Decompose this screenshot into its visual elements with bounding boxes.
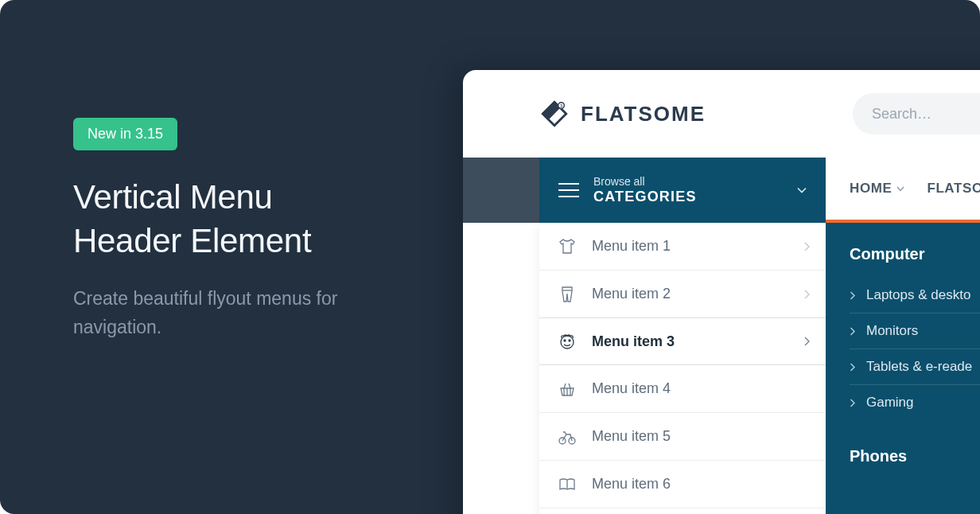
book-icon bbox=[557, 474, 578, 495]
topnav-label: HOME bbox=[850, 181, 892, 197]
svg-text:3: 3 bbox=[560, 104, 562, 108]
brand-logo[interactable]: 3 FLATSOME bbox=[539, 99, 706, 129]
promo-subtitle: Create beautiful flyout menus for naviga… bbox=[73, 285, 423, 341]
chevron-right-icon bbox=[850, 399, 855, 407]
menu-item-label: Menu item 1 bbox=[592, 238, 671, 255]
categories-big-text: CATEGORIES bbox=[593, 189, 783, 206]
flyout-link-label: Gaming bbox=[866, 395, 914, 411]
topnav-item-home[interactable]: HOME bbox=[850, 181, 904, 197]
flyout-link[interactable]: Gaming bbox=[850, 385, 980, 420]
promo-title: Vertical Menu Header Element bbox=[73, 176, 423, 263]
browser-mock: 3 FLATSOME Browse all CATEGORIES bbox=[463, 70, 980, 514]
svg-point-6 bbox=[569, 340, 570, 341]
svg-point-4 bbox=[561, 336, 574, 349]
version-badge: New in 3.15 bbox=[73, 118, 177, 150]
vertical-menu: Menu item 1 Menu item 2 bbox=[539, 223, 826, 514]
content-row: Menu item 1 Menu item 2 bbox=[463, 223, 980, 514]
flyout-section-phones: Phones bbox=[850, 447, 980, 465]
brand-name: FLATSOME bbox=[581, 102, 706, 127]
promo-title-line2: Header Element bbox=[73, 222, 311, 259]
promo-title-line1: Vertical Menu bbox=[73, 178, 273, 216]
flyout-section-title: Computer bbox=[850, 245, 980, 263]
search-input[interactable] bbox=[872, 106, 980, 123]
promo-block: New in 3.15 Vertical Menu Header Element… bbox=[73, 118, 423, 341]
chevron-right-icon bbox=[850, 363, 855, 372]
topbar: 3 FLATSOME bbox=[463, 70, 980, 158]
menu-item-2[interactable]: Menu item 2 bbox=[539, 271, 826, 318]
menu-item-6[interactable]: Menu item 6 bbox=[539, 461, 826, 508]
topnav-label: FLATSOM bbox=[927, 181, 980, 197]
flyout-section-computer: Computer Laptops & deskto Monitors Table… bbox=[850, 245, 980, 420]
basket-icon bbox=[557, 379, 578, 399]
svg-point-5 bbox=[564, 340, 566, 341]
search-field[interactable] bbox=[853, 93, 980, 134]
flyout-link-label: Monitors bbox=[866, 323, 918, 339]
flyout-link-label: Tablets & e-reade bbox=[866, 359, 972, 375]
menu-item-4[interactable]: Menu item 4 bbox=[539, 365, 826, 413]
chevron-right-icon bbox=[850, 327, 855, 336]
flyout-link[interactable]: Tablets & e-reade bbox=[850, 349, 980, 385]
categories-toggle[interactable]: Browse all CATEGORIES bbox=[539, 158, 826, 223]
menu-item-1[interactable]: Menu item 1 bbox=[539, 223, 826, 271]
flyout-link[interactable]: Laptops & deskto bbox=[850, 278, 980, 313]
menu-item-5[interactable]: Menu item 5 bbox=[539, 413, 826, 461]
bike-icon bbox=[557, 426, 578, 447]
top-nav: HOME FLATSOM bbox=[826, 158, 980, 223]
chevron-right-icon bbox=[803, 290, 810, 299]
flyout-section-title: Phones bbox=[850, 447, 980, 465]
flyout-link-label: Laptops & deskto bbox=[866, 287, 970, 303]
promo-canvas: New in 3.15 Vertical Menu Header Element… bbox=[0, 0, 980, 514]
chevron-down-icon bbox=[896, 186, 904, 192]
menu-item-label: Menu item 2 bbox=[592, 286, 671, 302]
pants-icon bbox=[557, 284, 578, 305]
menu-item-label: Menu item 5 bbox=[592, 428, 671, 445]
menu-item-label: Menu item 3 bbox=[592, 333, 675, 350]
menu-item-label: Menu item 6 bbox=[592, 476, 671, 493]
chevron-down-icon bbox=[797, 187, 807, 193]
menu-item-label: Menu item 4 bbox=[592, 380, 671, 397]
menu-item-3[interactable]: Menu item 3 bbox=[539, 317, 826, 365]
logo-mark-icon: 3 bbox=[539, 99, 570, 129]
flyout-panel: Computer Laptops & deskto Monitors Table… bbox=[826, 223, 980, 514]
nav-row: Browse all CATEGORIES HOME FLATSOM bbox=[463, 158, 980, 223]
tshirt-icon bbox=[557, 236, 578, 257]
nav-gutter bbox=[463, 158, 539, 223]
chevron-right-icon bbox=[803, 337, 810, 346]
flyout-link[interactable]: Monitors bbox=[850, 313, 980, 349]
categories-small-text: Browse all bbox=[593, 175, 783, 189]
chevron-right-icon bbox=[850, 291, 855, 300]
hamburger-icon bbox=[558, 183, 579, 197]
chevron-right-icon bbox=[803, 242, 810, 251]
face-icon bbox=[557, 331, 578, 352]
categories-label: Browse all CATEGORIES bbox=[593, 175, 783, 205]
topnav-item-flatsome[interactable]: FLATSOM bbox=[927, 181, 980, 197]
